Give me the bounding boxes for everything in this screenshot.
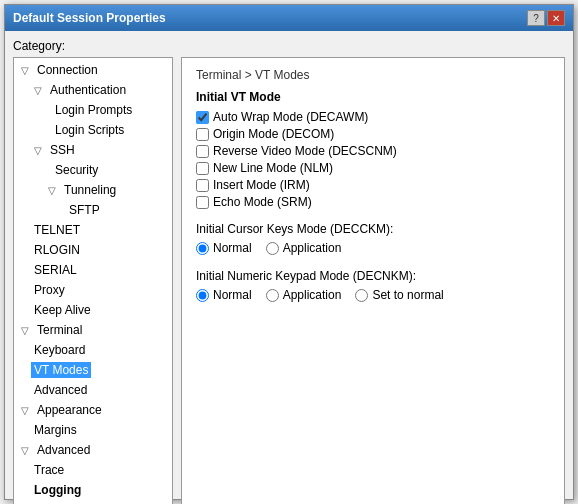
dialog-body: Category: ▽Connection ▽Authentication Lo… [5, 31, 573, 504]
tree-item-appearance[interactable]: ▽Appearance [14, 400, 172, 420]
cursor-normal-label: Normal [213, 241, 252, 255]
tree-item-proxy[interactable]: Proxy [14, 280, 172, 300]
origin-checkbox[interactable] [196, 128, 209, 141]
cursor-normal-radio[interactable] [196, 242, 209, 255]
checkbox-new-line: New Line Mode (NLM) [196, 161, 550, 175]
breadcrumb: Terminal > VT Modes [196, 68, 550, 82]
close-button[interactable]: ✕ [547, 10, 565, 26]
num-application-option: Application [266, 288, 342, 302]
echo-label: Echo Mode (SRM) [213, 195, 312, 209]
num-normal-option: Normal [196, 288, 252, 302]
tree-item-sftp[interactable]: SFTP [14, 200, 172, 220]
right-panel: Terminal > VT Modes Initial VT Mode Auto… [181, 57, 565, 504]
tree-item-serial[interactable]: SERIAL [14, 260, 172, 280]
new-line-label: New Line Mode (NLM) [213, 161, 333, 175]
cursor-application-radio[interactable] [266, 242, 279, 255]
num-set-normal-label: Set to normal [372, 288, 443, 302]
checkbox-insert: Insert Mode (IRM) [196, 178, 550, 192]
tree-item-tunneling[interactable]: ▽Tunneling [14, 180, 172, 200]
cursor-application-option: Application [266, 241, 342, 255]
title-bar: Default Session Properties ? ✕ [5, 5, 573, 31]
tree-item-connection[interactable]: ▽Connection [14, 60, 172, 80]
tree-item-ssh[interactable]: ▽SSH [14, 140, 172, 160]
tree-item-login-prompts[interactable]: Login Prompts [14, 100, 172, 120]
echo-checkbox[interactable] [196, 196, 209, 209]
checkbox-auto-wrap: Auto Wrap Mode (DECAWM) [196, 110, 550, 124]
tree-item-zmodem[interactable]: ZMODEM [14, 500, 172, 504]
num-set-normal-option: Set to normal [355, 288, 443, 302]
cursor-keys-section-title: Initial Cursor Keys Mode (DECCKM): [196, 222, 550, 236]
tree-item-telnet[interactable]: TELNET [14, 220, 172, 240]
tree-item-rlogin[interactable]: RLOGIN [14, 240, 172, 260]
tree-item-trace[interactable]: Trace [14, 460, 172, 480]
new-line-checkbox[interactable] [196, 162, 209, 175]
tree-item-login-scripts[interactable]: Login Scripts [14, 120, 172, 140]
tree-item-security[interactable]: Security [14, 160, 172, 180]
tree-panel: ▽Connection ▽Authentication Login Prompt… [13, 57, 173, 504]
num-normal-radio[interactable] [196, 289, 209, 302]
insert-label: Insert Mode (IRM) [213, 178, 310, 192]
tree-item-terminal[interactable]: ▽Terminal [14, 320, 172, 340]
tree-item-margins[interactable]: Margins [14, 420, 172, 440]
origin-label: Origin Mode (DECOM) [213, 127, 334, 141]
checkbox-reverse-video: Reverse Video Mode (DECSCNM) [196, 144, 550, 158]
numeric-keypad-section-title: Initial Numeric Keypad Mode (DECNKM): [196, 269, 550, 283]
insert-checkbox[interactable] [196, 179, 209, 192]
num-application-label: Application [283, 288, 342, 302]
numeric-keypad-radio-row: Normal Application Set to normal [196, 288, 550, 302]
tree-item-advanced-top[interactable]: ▽Advanced [14, 440, 172, 460]
reverse-video-label: Reverse Video Mode (DECSCNM) [213, 144, 397, 158]
tree-item-advanced-terminal[interactable]: Advanced [14, 380, 172, 400]
reverse-video-checkbox[interactable] [196, 145, 209, 158]
help-button[interactable]: ? [527, 10, 545, 26]
num-application-radio[interactable] [266, 289, 279, 302]
tree-item-keyboard[interactable]: Keyboard [14, 340, 172, 360]
initial-vt-mode-title: Initial VT Mode [196, 90, 550, 104]
cursor-keys-radio-row: Normal Application [196, 241, 550, 255]
tree-item-keep-alive[interactable]: Keep Alive [14, 300, 172, 320]
category-label: Category: [13, 39, 565, 53]
num-set-normal-radio[interactable] [355, 289, 368, 302]
dialog: Default Session Properties ? ✕ Category:… [4, 4, 574, 500]
auto-wrap-label: Auto Wrap Mode (DECAWM) [213, 110, 368, 124]
tree-item-logging[interactable]: Logging [14, 480, 172, 500]
cursor-application-label: Application [283, 241, 342, 255]
auto-wrap-checkbox[interactable] [196, 111, 209, 124]
content-area: ▽Connection ▽Authentication Login Prompt… [13, 57, 565, 504]
tree-item-authentication[interactable]: ▽Authentication [14, 80, 172, 100]
dialog-title: Default Session Properties [13, 11, 166, 25]
checkbox-origin: Origin Mode (DECOM) [196, 127, 550, 141]
tree-item-vt-modes[interactable]: VT Modes [14, 360, 172, 380]
checkbox-echo: Echo Mode (SRM) [196, 195, 550, 209]
cursor-normal-option: Normal [196, 241, 252, 255]
title-bar-buttons: ? ✕ [527, 10, 565, 26]
num-normal-label: Normal [213, 288, 252, 302]
